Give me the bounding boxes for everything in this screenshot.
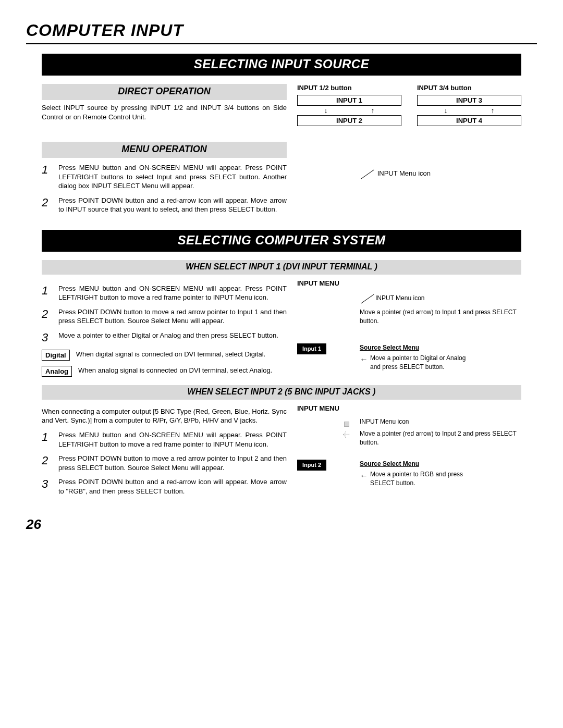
input4-box: INPUT 4 <box>417 115 521 126</box>
input1-step1: Press MENU button and ON-SCREEN MENU wil… <box>58 284 287 302</box>
menu-operation-header: MENU OPERATION <box>42 142 287 158</box>
input-menu-title: INPUT MENU <box>297 279 521 288</box>
step-number: 2 <box>42 307 53 326</box>
ssm-text: Move a pointer to Digital or Analog and … <box>370 354 474 372</box>
step-number: 2 <box>42 196 53 214</box>
menu-op-step1: Press MENU button and ON-SCREEN MENU wil… <box>58 163 287 191</box>
analog-text: When analog signal is connected on DVI t… <box>78 366 272 375</box>
arrow-up-icon: ↑ <box>491 107 495 114</box>
input1-step3: Move a pointer to either Digital or Anal… <box>58 331 287 344</box>
diagram-move-text: Move a pointer (red arrow) to Input 2 an… <box>360 429 521 447</box>
arrow-down-icon: ↓ <box>444 107 448 114</box>
input3-box: INPUT 3 <box>417 95 521 106</box>
step-number: 1 <box>42 163 53 191</box>
digital-label: Digital <box>42 350 70 361</box>
step-number: 1 <box>42 284 53 302</box>
arrow-left-icon: ← <box>360 354 368 365</box>
diagram-icon-label: INPUT Menu icon <box>360 418 409 425</box>
hollow-arrow-left-icon <box>343 431 349 438</box>
menu-op-step2: Press POINT DOWN button and a red-arrow … <box>58 196 287 214</box>
arrow-up-icon: ↑ <box>371 107 375 114</box>
direct-operation-text: Select INPUT source by pressing INPUT 1/… <box>42 103 287 121</box>
input2-step2: Press POINT DOWN button to move a red ar… <box>58 454 287 472</box>
input2-step1: Press MENU button and ON-SCREEN MENU wil… <box>58 430 287 449</box>
section-bar-computer-system: SELECTING COMPUTER SYSTEM <box>42 230 521 252</box>
source-select-menu-title: Source Select Menu <box>360 343 521 352</box>
diagram-move-text: Move a pointer (red arrow) to Input 1 an… <box>360 308 521 326</box>
input1-box: INPUT 1 <box>297 95 401 106</box>
input1-chip: Input 1 <box>297 343 326 354</box>
page-number: 26 <box>26 516 537 533</box>
input2-box: INPUT 2 <box>297 115 401 126</box>
when-input2-header: WHEN SELECT INPUT 2 (5 BNC INPUT JACKS ) <box>42 385 521 400</box>
input12-header: INPUT 1/2 button <box>297 84 401 92</box>
ssm-text: Move a pointer to RGB and press SELECT b… <box>370 470 474 488</box>
menu-square-icon <box>344 422 349 427</box>
input-menu-icon-label: INPUT Menu icon <box>377 169 431 177</box>
pointer-line-icon <box>360 292 375 305</box>
arrow-down-icon: ↓ <box>324 107 328 114</box>
input2-intro: When connecting a computer output [5 BNC… <box>42 407 287 425</box>
step-number: 3 <box>42 331 53 344</box>
arrow-left-icon: ← <box>360 470 368 482</box>
page-title: COMPUTER INPUT <box>26 21 537 40</box>
input34-header: INPUT 3/4 button <box>417 84 521 92</box>
digital-text: When digital signal is connected on DVI … <box>76 350 265 359</box>
source-select-menu-title: Source Select Menu <box>360 460 521 468</box>
direct-operation-header: DIRECT OPERATION <box>42 84 287 100</box>
section-bar-input-source: SELECTING INPUT SOURCE <box>42 54 521 76</box>
input-menu-title: INPUT MENU <box>297 404 521 413</box>
analog-label: Analog <box>42 366 72 377</box>
step-number: 2 <box>42 454 53 472</box>
input1-step2: Press POINT DOWN button to move a red ar… <box>58 307 287 326</box>
input2-step3: Press POINT DOWN button and a red-arrow … <box>58 477 287 496</box>
diagram-icon-label: INPUT Menu icon <box>375 294 424 302</box>
input2-chip: Input 2 <box>297 460 326 471</box>
step-number: 3 <box>42 477 53 496</box>
when-input1-header: WHEN SELECT INPUT 1 (DVI INPUT TERMINAL … <box>42 260 521 275</box>
step-number: 1 <box>42 430 53 449</box>
pointer-line-icon <box>360 168 375 180</box>
title-rule <box>26 43 537 44</box>
